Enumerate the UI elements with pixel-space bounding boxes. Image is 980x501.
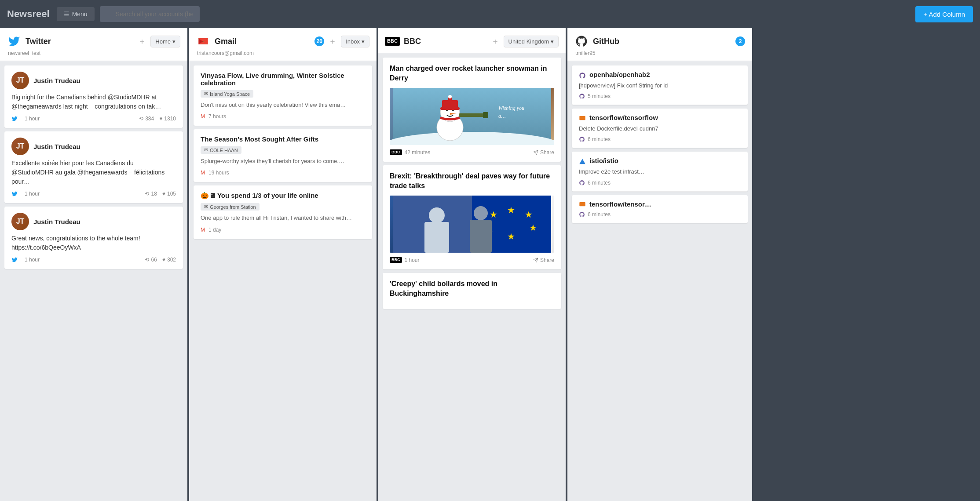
- bbc-image-2: ★ ★ ★ ★ ★ ★: [390, 196, 554, 253]
- github-icon: [574, 34, 589, 48]
- tweet-twitter-icon-1: [11, 116, 18, 122]
- github-badge: 2: [735, 36, 745, 46]
- bbc-share-button-1[interactable]: Share: [533, 149, 554, 156]
- github-time-2: 6 minutes: [588, 136, 611, 142]
- bbc-time-2: 1 hour: [405, 257, 420, 263]
- bbc-add-icon[interactable]: ＋: [491, 36, 499, 47]
- app-logo: Newsreel: [7, 8, 50, 20]
- tweet-twitter-icon-2: [11, 191, 18, 197]
- tweet-time-3: 1 hour: [25, 257, 40, 263]
- column-twitter-title: Twitter: [26, 37, 134, 46]
- github-desc-3: Improve e2e test infrast…: [579, 168, 741, 176]
- email-card-1[interactable]: Vinyasa Flow, Live drumming, Winter Sols…: [194, 65, 372, 126]
- svg-point-28: [474, 206, 488, 220]
- gmail-add-icon[interactable]: ＋: [329, 36, 336, 47]
- envelope-icon-3: ✉: [204, 204, 208, 210]
- github-card-1[interactable]: openhab/openhab2 [hdpowerview] Fix conf …: [572, 65, 748, 105]
- email-sender-2: ✉ COLE HAAN: [201, 146, 241, 154]
- bbc-title-3: 'Creepy' child bollards moved in Bucking…: [390, 279, 554, 299]
- github-card-3[interactable]: istio/istio Improve e2e test infrast… 6 …: [572, 152, 748, 191]
- envelope-icon-1: ✉: [204, 91, 208, 97]
- svg-rect-13: [483, 112, 488, 118]
- svg-text:★: ★: [525, 210, 533, 219]
- github-time-4: 6 minutes: [588, 211, 611, 218]
- email-card-2[interactable]: The Season's Most Sought After Gifts ✉ C…: [194, 129, 372, 182]
- github-desc-2: Delete Dockerfile.devel-cudnn7: [579, 125, 741, 133]
- bbc-feed: Man charged over rocket launcher snowman…: [378, 53, 566, 501]
- tweet-like-3: ♥ 302: [162, 257, 176, 263]
- chevron-down-icon-gmail: ▾: [362, 38, 365, 45]
- twitter-add-icon[interactable]: ＋: [138, 36, 146, 47]
- github-card-2[interactable]: tensorflow/tensorflow Delete Dockerfile.…: [572, 109, 748, 148]
- email-sender-3: ✉ Georges from Station: [201, 203, 260, 211]
- svg-rect-32: [579, 116, 585, 120]
- envelope-icon-2: ✉: [204, 147, 208, 153]
- bbc-card-1[interactable]: Man charged over rocket launcher snowman…: [383, 58, 561, 162]
- column-bbc-header: BBC BBC ＋ United Kingdom ▾: [378, 28, 566, 53]
- chevron-down-icon: ▾: [172, 38, 176, 45]
- column-gmail-header: Gmail 20 ＋ Inbox ▾ tristancoors@gmail.co…: [189, 28, 377, 61]
- twitter-filter-button[interactable]: Home ▾: [150, 36, 180, 47]
- menu-button[interactable]: ☰ Menu: [57, 7, 95, 21]
- gmail-subtitle: tristancoors@gmail.com: [197, 50, 369, 56]
- bbc-icon: BBC: [385, 34, 399, 48]
- svg-rect-8: [440, 107, 460, 110]
- email-time-1: 7 hours: [208, 113, 226, 120]
- bbc-share-button-2[interactable]: Share: [533, 257, 554, 263]
- github-repo-icon-3: [579, 158, 586, 165]
- column-twitter-header: Twitter ＋ Home ▾ newsreel_test: [0, 28, 187, 61]
- svg-text:a…: a…: [498, 113, 506, 119]
- github-feed: openhab/openhab2 [hdpowerview] Fix conf …: [567, 61, 752, 501]
- heart-icon-2: ♥: [162, 191, 165, 197]
- email-sender-1: ✉ Island Yoga Space: [201, 90, 253, 98]
- svg-rect-27: [424, 222, 449, 253]
- tweet-like-1: ♥ 1310: [159, 116, 176, 122]
- svg-text:★: ★: [529, 223, 537, 232]
- bbc-filter-button[interactable]: United Kingdom ▾: [504, 36, 559, 47]
- svg-rect-34: [579, 202, 585, 206]
- gmail-badge: 20: [314, 36, 324, 46]
- column-github-header: GitHub 2 tmiller95: [567, 28, 752, 61]
- svg-text:Wishing you: Wishing you: [498, 105, 524, 111]
- email-preview-2: Splurge-worthy styles they'll cherish fo…: [201, 157, 365, 165]
- column-bbc-title: BBC: [404, 37, 487, 46]
- tweet-time-1: 1 hour: [25, 116, 40, 122]
- chevron-down-icon-bbc: ▾: [551, 38, 554, 45]
- tweet-body-1: Big night for the Canadians behind @Stud…: [11, 93, 176, 111]
- twitter-subtitle: newsreel_test: [8, 50, 180, 56]
- retweet-icon: ⟲: [139, 116, 143, 122]
- github-time-3: 6 minutes: [588, 180, 611, 186]
- add-column-button[interactable]: + Add Column: [915, 6, 973, 22]
- github-time-icon-1: [579, 93, 585, 99]
- email-title-1: Vinyasa Flow, Live drumming, Winter Sols…: [201, 72, 365, 87]
- github-repo-name-1: openhab/openhab2: [589, 71, 650, 78]
- bbc-card-2[interactable]: Brexit: 'Breakthrough' deal paves way fo…: [383, 165, 561, 269]
- svg-text:★: ★: [507, 205, 515, 215]
- email-title-3: 🎃🖥 You spend 1/3 of your life online: [201, 192, 365, 200]
- tweet-avatar-2: JT: [11, 138, 29, 155]
- bbc-card-3[interactable]: 'Creepy' child bollards moved in Bucking…: [383, 273, 561, 309]
- github-time-icon-3: [579, 180, 585, 186]
- github-desc-1: [hdpowerview] Fix conf String for id: [579, 82, 741, 90]
- bbc-time-1: 42 minutes: [405, 149, 431, 156]
- bbc-footer-1: BBC 42 minutes Share: [390, 149, 554, 156]
- search-input[interactable]: [100, 6, 200, 22]
- github-time-1: 5 minutes: [588, 93, 611, 99]
- svg-point-26: [429, 207, 445, 223]
- email-time-3: 1 day: [208, 227, 221, 233]
- svg-text:★: ★: [490, 210, 497, 219]
- gmail-feed: Vinyasa Flow, Live drumming, Winter Sols…: [189, 61, 377, 501]
- github-card-4[interactable]: tensorflow/tensor… 6 minutes: [572, 195, 748, 223]
- github-repo-icon-4: [579, 201, 586, 208]
- gmail-filter-button[interactable]: Inbox ▾: [341, 36, 369, 47]
- retweet-icon-2: ⟲: [145, 191, 149, 197]
- tweet-card-1: JT Justin Trudeau Big night for the Cana…: [4, 65, 183, 128]
- tweet-avatar-1: JT: [11, 72, 29, 89]
- menu-icon: ☰: [64, 11, 69, 18]
- gmail-footer-icon-2: M: [201, 170, 205, 176]
- retweet-icon-3: ⟲: [145, 257, 149, 263]
- svg-point-10: [448, 95, 452, 98]
- column-gmail-title: Gmail: [215, 37, 310, 46]
- columns-container: Twitter ＋ Home ▾ newsreel_test JT Justin…: [0, 28, 980, 501]
- email-card-3[interactable]: 🎃🖥 You spend 1/3 of your life online ✉ G…: [194, 185, 372, 239]
